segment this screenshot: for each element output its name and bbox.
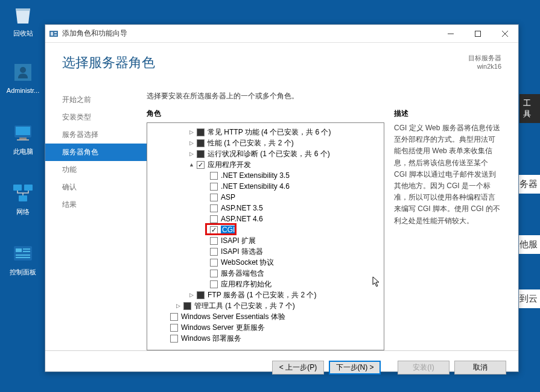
nav-item[interactable]: 服务器选择 <box>45 126 147 144</box>
checkbox[interactable] <box>197 139 205 147</box>
expand-icon[interactable]: ▲ <box>188 162 195 168</box>
svg-rect-5 <box>17 139 29 141</box>
cancel-button[interactable]: 取消 <box>454 361 506 375</box>
checkbox[interactable] <box>170 324 178 332</box>
tree-row[interactable]: ISAPI 筛选器 <box>150 246 381 257</box>
tree-row[interactable]: .NET Extensibility 4.6 <box>150 181 381 192</box>
expand-icon <box>162 314 168 320</box>
desktop-icon-control[interactable]: 控制面板 <box>2 241 43 277</box>
tree-row[interactable]: ▷管理工具 (1 个已安装，共 7 个) <box>150 300 381 311</box>
tree-label: Windows Server 更新服务 <box>181 323 265 333</box>
svg-rect-9 <box>14 246 32 261</box>
expand-icon <box>162 335 168 342</box>
side-panel-tools[interactable]: 工具 <box>519 94 540 123</box>
expand-icon <box>202 259 208 266</box>
tree-row[interactable]: ▷常见 HTTP 功能 (4 个已安装，共 6 个) <box>150 127 381 138</box>
wizard-footer: < 上一步(P) 下一步(N) > 安装(I) 取消 <box>45 350 518 384</box>
content-intro: 选择要安装在所选服务器上的一个或多个角色。 <box>147 91 512 101</box>
next-button[interactable]: 下一步(N) > <box>329 361 381 375</box>
checkbox[interactable] <box>210 226 218 234</box>
tree-row[interactable]: ISAPI 扩展 <box>150 235 381 246</box>
nav-item[interactable]: 功能 <box>45 161 147 179</box>
desktop-icon-computer[interactable]: 此电脑 <box>2 121 43 156</box>
target-server: 目标服务器 win2k16 <box>468 54 501 70</box>
tree-row[interactable]: ▷运行状况和诊断 (1 个已安装，共 6 个) <box>150 148 381 159</box>
tree-label: 服务器端包含 <box>221 268 264 279</box>
nav-item[interactable]: 确认 <box>45 179 147 196</box>
svg-rect-17 <box>54 32 57 33</box>
desc-label: 描述 <box>394 109 501 119</box>
checkbox[interactable] <box>210 248 218 256</box>
checkbox[interactable] <box>210 204 218 212</box>
expand-icon[interactable]: ▷ <box>188 151 195 157</box>
page-title: 选择服务器角色 <box>62 54 155 72</box>
tree-row[interactable]: ASP <box>150 192 381 203</box>
expand-icon <box>202 238 208 244</box>
desktop-icon-label: 此电脑 <box>2 147 43 156</box>
checkbox[interactable] <box>210 194 218 201</box>
expand-icon[interactable]: ▷ <box>175 303 182 309</box>
prev-button[interactable]: < 上一步(P) <box>272 361 324 375</box>
tree-row[interactable]: Windows Server 更新服务 <box>150 322 381 333</box>
checkbox[interactable] <box>197 291 205 299</box>
tree-row[interactable]: ▲应用程序开发 <box>150 159 381 170</box>
expand-icon <box>202 194 208 201</box>
checkbox[interactable] <box>197 150 205 158</box>
expand-icon[interactable]: ▷ <box>188 129 195 136</box>
checkbox[interactable] <box>197 161 205 169</box>
titlebar[interactable]: 添加角色和功能向导 <box>45 25 518 43</box>
tree-row[interactable]: WebSocket 协议 <box>150 257 381 268</box>
checkbox[interactable] <box>170 335 178 343</box>
expand-icon <box>202 270 208 277</box>
checkbox[interactable] <box>210 183 218 191</box>
tree-row[interactable]: ASP.NET 4.6 <box>150 213 381 224</box>
expand-icon <box>202 281 208 288</box>
tree-label: FTP 服务器 (1 个已安装，共 2 个) <box>208 290 316 300</box>
desktop-icon-recycle[interactable]: 回收站 <box>2 2 43 38</box>
tree-label: .NET Extensibility 4.6 <box>221 182 290 191</box>
expand-icon <box>162 324 168 331</box>
nav-item[interactable]: 服务器角色 <box>45 144 147 161</box>
nav-item[interactable]: 结果 <box>45 196 147 213</box>
svg-rect-16 <box>51 32 53 36</box>
tree-row[interactable]: ▷性能 (1 个已安装，共 2 个) <box>150 138 381 148</box>
tree-label: CGI <box>221 226 236 234</box>
checkbox[interactable] <box>210 237 218 245</box>
tree-row[interactable]: 应用程序初始化 <box>150 279 381 289</box>
tree-row[interactable]: .NET Extensibility 3.5 <box>150 170 381 181</box>
nav-item[interactable]: 安装类型 <box>45 109 147 126</box>
tree-row[interactable]: Windows 部署服务 <box>150 333 381 344</box>
checkbox[interactable] <box>210 215 218 223</box>
tree-label: ASP.NET 4.6 <box>221 215 263 223</box>
close-button[interactable] <box>491 25 518 42</box>
tree-label: Windows 部署服务 <box>181 334 241 344</box>
tree-label: ISAPI 扩展 <box>221 236 256 246</box>
expand-icon[interactable]: ▷ <box>188 140 195 147</box>
tree-row[interactable]: CGI <box>150 224 381 235</box>
expand-icon <box>202 248 208 255</box>
checkbox[interactable] <box>210 172 218 180</box>
tree-row[interactable]: ASP.NET 3.5 <box>150 203 381 213</box>
checkbox[interactable] <box>210 270 218 277</box>
nav-item[interactable]: 开始之前 <box>45 91 147 109</box>
tree-label: 管理工具 (1 个已安装，共 7 个) <box>194 301 295 311</box>
expand-icon[interactable]: ▷ <box>188 292 195 299</box>
roles-tree[interactable]: ▷常见 HTTP 功能 (4 个已安装，共 6 个)▷性能 (1 个已安装，共 … <box>147 122 384 350</box>
desktop-icon-admin[interactable]: Administr... <box>2 60 43 94</box>
install-button[interactable]: 安装(I) <box>398 361 449 375</box>
tree-row[interactable]: Windows Server Essentials 体验 <box>150 311 381 322</box>
desktop-icon-network[interactable]: 网络 <box>2 181 43 217</box>
checkbox[interactable] <box>210 259 218 267</box>
minimize-button[interactable] <box>437 25 464 42</box>
checkbox[interactable] <box>170 313 178 321</box>
desktop-icon-label: 网络 <box>2 207 43 217</box>
maximize-button[interactable] <box>464 25 491 42</box>
wizard-content: 选择要安装在所选服务器上的一个或多个角色。 角色 ▷常见 HTTP 功能 (4 … <box>147 85 518 350</box>
tree-row[interactable]: ▷FTP 服务器 (1 个已安装，共 2 个) <box>150 289 381 300</box>
checkbox[interactable] <box>197 128 205 136</box>
desktop-icon-label: 控制面板 <box>2 268 43 277</box>
checkbox[interactable] <box>210 280 218 288</box>
tree-row[interactable]: 服务器端包含 <box>150 268 381 279</box>
checkbox[interactable] <box>183 302 191 310</box>
svg-rect-3 <box>16 127 30 135</box>
